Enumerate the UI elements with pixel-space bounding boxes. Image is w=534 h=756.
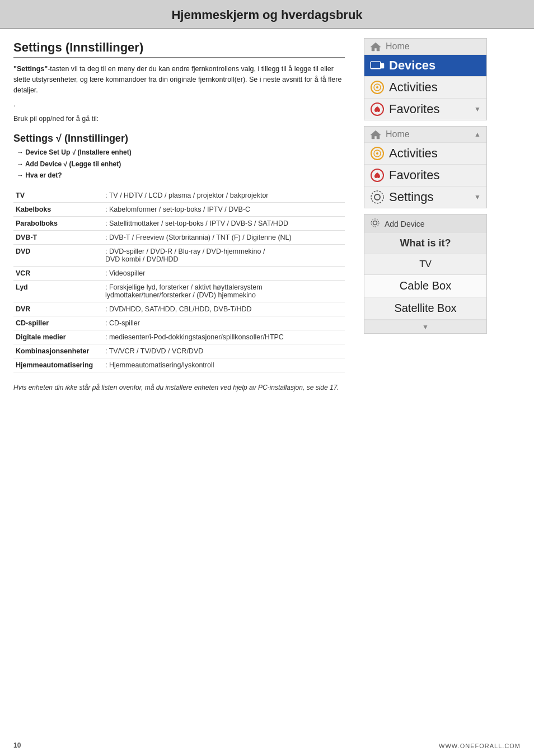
add-device-body: What is it? TV Cable Box Satellite Box ▼: [364, 233, 486, 333]
menu-item-settings[interactable]: Settings ▼: [364, 186, 486, 208]
chevron-up-2: ▲: [474, 130, 481, 138]
home-label-1: Home: [386, 41, 410, 52]
table-row: Kabelboks: Kabelomformer / set-top-boks …: [13, 203, 345, 217]
device-type-tv[interactable]: TV: [364, 254, 486, 275]
intro-paragraph: "Settings"-tasten vil ta deg til en meny…: [13, 64, 345, 95]
table-row: VCR: Videospiller: [13, 267, 345, 281]
svg-point-13: [374, 194, 380, 200]
svg-point-14: [371, 191, 383, 203]
device-desc: : Kabelomformer / set-top-boks / IPTV / …: [103, 203, 345, 217]
svg-rect-2: [371, 62, 380, 68]
arrow-item-2: → Add Device √ (Legge til enhet): [17, 158, 345, 170]
device-type-satellite-box[interactable]: Satellite Box: [364, 297, 486, 320]
table-row: TV: TV / HDTV / LCD / plasma / projektor…: [13, 189, 345, 203]
menu-item-devices[interactable]: Devices: [364, 55, 486, 77]
table-row: DVB-T: DVB-T / Freeview (Storbritannia) …: [13, 231, 345, 245]
arrow-item-3: → Hva er det?: [17, 170, 345, 181]
svg-marker-8: [371, 130, 381, 139]
page-title: Hjemmeskjerm og hverdagsbruk: [0, 8, 534, 22]
device-desc: : Videospiller: [103, 267, 345, 281]
device-table: TV: TV / HDTV / LCD / plasma / projektor…: [13, 189, 345, 372]
device-name: VCR: [13, 267, 103, 281]
table-row: Hjemmeautomatisering: Hjemmeautomatiseri…: [13, 358, 345, 372]
home-label-2: Home: [386, 129, 410, 139]
svg-rect-3: [381, 63, 384, 68]
table-row: DVR: DVD/HDD, SAT/HDD, CBL/HDD, DVB-T/HD…: [13, 302, 345, 316]
table-row: Kombinasjonsenheter: TV/VCR / TV/DVD / V…: [13, 344, 345, 358]
activities-label-1: Activities: [389, 80, 438, 95]
device-name: Kombinasjonsenheter: [13, 344, 103, 358]
add-device-label: Add Device: [385, 220, 425, 228]
dot-text: .: [13, 100, 345, 108]
device-desc: : DVD/HDD, SAT/HDD, CBL/HDD, DVB-T/HDD: [103, 302, 345, 316]
devices-label: Devices: [389, 58, 435, 73]
chevron-down-3: ▼: [422, 323, 429, 331]
nav-instruction: Bruk pil opp/ned for å gå til:: [13, 115, 345, 123]
add-device-panel: Add Device What is it? TV Cable Box Sate…: [364, 214, 487, 334]
device-desc: : TV / HDTV / LCD / plasma / projektor /…: [103, 189, 345, 203]
svg-point-15: [373, 221, 377, 225]
menu-panel-2: Home ▲ Activities: [364, 126, 487, 208]
device-type-cable-box[interactable]: Cable Box: [364, 275, 486, 297]
left-content: Settings (Innstillinger) "Settings"-tast…: [0, 29, 358, 403]
table-row: Lyd: Forskjellige lyd, forsterker / akti…: [13, 281, 345, 302]
add-device-header[interactable]: Add Device: [364, 214, 486, 233]
table-row: DVD: DVD-spiller / DVD-R / Blu-ray / DVD…: [13, 245, 345, 267]
device-desc: : Satellittmottaker / set-top-boks / IPT…: [103, 217, 345, 231]
svg-point-16: [371, 219, 379, 227]
home-row-2: Home ▲: [364, 127, 486, 143]
what-is-it-label[interactable]: What is it?: [364, 233, 486, 254]
home-row-1: Home: [364, 39, 486, 55]
add-device-gear-icon: [370, 218, 380, 230]
favorites-icon-1: [370, 102, 385, 116]
menu-item-activities-1[interactable]: Activities: [364, 77, 486, 99]
favorites-icon-2: [370, 168, 385, 183]
page-number: 10: [13, 741, 21, 749]
intro-bold: "Settings": [13, 65, 48, 73]
settings-icon-1: [370, 190, 385, 204]
device-name: Digitale medier: [13, 330, 103, 344]
device-name: Hjemmeautomatisering: [13, 358, 103, 372]
website-label: WWW.ONEFORALL.COM: [439, 743, 521, 749]
activities-label-2: Activities: [389, 146, 438, 161]
menu-item-favorites-1[interactable]: Favorites ▼: [364, 99, 486, 120]
favorites-label-1: Favorites: [389, 102, 439, 116]
svg-point-11: [376, 152, 378, 155]
device-name: CD-spiller: [13, 316, 103, 330]
menu-item-favorites-2[interactable]: Favorites: [364, 165, 486, 186]
right-sidebar: Home Devices: [358, 29, 493, 403]
arrow-item-1: → Device Set Up √ (Installere enhet): [17, 147, 345, 158]
device-name: DVR: [13, 302, 103, 316]
device-desc: : CD-spiller: [103, 316, 345, 330]
home-icon-1: [370, 41, 381, 52]
main-layout: Settings (Innstillinger) "Settings"-tast…: [0, 29, 534, 403]
menu-item-activities-2[interactable]: Activities: [364, 143, 486, 165]
menu-panel-1: Home Devices: [364, 38, 487, 120]
device-name: Kabelboks: [13, 203, 103, 217]
device-name: Lyd: [13, 281, 103, 302]
subsection-title: Settings √ (Innstillinger): [13, 133, 345, 144]
device-desc: : Forskjellige lyd, forsterker / aktivt …: [103, 281, 345, 302]
footer-italic: Hvis enheten din ikke står på listen ove…: [13, 384, 345, 391]
device-desc: : TV/VCR / TV/DVD / VCR/DVD: [103, 344, 345, 358]
svg-point-6: [376, 86, 378, 88]
device-desc: : Hjemmeautomatisering/lyskontroll: [103, 358, 345, 372]
page-header: Hjemmeskjerm og hverdagsbruk: [0, 0, 534, 29]
settings-label: Settings: [389, 190, 434, 204]
intro-rest: -tasten vil ta deg til en meny der du ka…: [13, 65, 341, 94]
device-name: DVB-T: [13, 231, 103, 245]
devices-icon-1: [370, 60, 385, 71]
table-row: CD-spiller: CD-spiller: [13, 316, 345, 330]
table-row: Digitale medier: mediesenter/i-Pod-dokki…: [13, 330, 345, 344]
device-name: DVD: [13, 245, 103, 267]
section-title: Settings (Innstillinger): [13, 40, 345, 58]
device-desc: : DVB-T / Freeview (Storbritannia) / TNT…: [103, 231, 345, 245]
arrow-items: → Device Set Up √ (Installere enhet) → A…: [13, 147, 345, 181]
device-desc: : mediesenter/i-Pod-dokkingstasjoner/spi…: [103, 330, 345, 344]
svg-marker-0: [371, 43, 381, 51]
activities-icon-1: [370, 80, 385, 95]
activities-icon-2: [370, 146, 385, 161]
device-desc: : DVD-spiller / DVD-R / Blu-ray / DVD-hj…: [103, 245, 345, 267]
device-name: TV: [13, 189, 103, 203]
table-row: Parabolboks: Satellittmottaker / set-top…: [13, 217, 345, 231]
